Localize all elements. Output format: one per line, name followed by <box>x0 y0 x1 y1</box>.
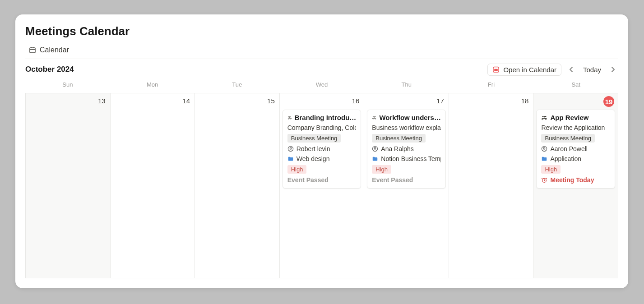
event-title-text: Branding Introdu… <box>295 114 357 121</box>
meeting-icon <box>287 115 292 121</box>
prev-week-button[interactable] <box>566 64 577 75</box>
day-cell-sat[interactable]: 19 App Review Review the Application Bus… <box>533 93 618 278</box>
folder-icon <box>541 156 547 162</box>
weekday-fri: Fri <box>449 81 534 90</box>
event-status-text: Meeting Today <box>550 176 594 184</box>
meeting-icon <box>541 115 547 121</box>
event-person-row: Aaron Powell <box>541 145 610 152</box>
event-person-row: Robert levin <box>287 145 357 152</box>
day-number-today: 19 <box>603 96 614 107</box>
day-cell-mon[interactable]: 14 <box>110 93 195 278</box>
tab-calendar[interactable]: Calendar <box>25 43 73 57</box>
folder-icon <box>372 156 378 162</box>
day-number: 15 <box>267 97 275 105</box>
svg-point-17 <box>545 115 547 117</box>
chevron-right-icon <box>610 66 616 73</box>
svg-point-20 <box>544 147 546 149</box>
event-project-row: Notion Business Templa <box>372 155 441 162</box>
event-title-text: Workflow unders… <box>379 114 440 121</box>
today-button[interactable]: Today <box>581 65 603 74</box>
event-title: Workflow unders… <box>372 114 441 121</box>
divider <box>25 59 618 59</box>
event-description: Review the Application <box>541 124 610 131</box>
svg-point-11 <box>373 116 374 117</box>
event-title: Branding Introdu… <box>287 114 357 121</box>
chevron-left-icon <box>568 66 575 73</box>
day-cell-wed[interactable]: 16 Branding Introdu… Company Branding, C… <box>279 93 364 278</box>
calendar-panel: Meetings Calendar Calendar October 2024 … <box>15 14 628 288</box>
day-cell-sun[interactable]: 13 <box>26 93 110 278</box>
event-category-tag: Business Meeting <box>287 134 341 143</box>
open-calendar-icon <box>492 66 500 73</box>
svg-point-7 <box>290 116 291 117</box>
alarm-icon <box>541 177 547 183</box>
event-project-row: Web design <box>287 155 357 162</box>
day-cell-tue[interactable]: 15 <box>195 93 279 278</box>
person-icon <box>372 146 378 152</box>
weekday-sun: Sun <box>25 81 110 90</box>
weekday-header: Sun Mon Tue Wed Thu Fri Sat <box>25 81 618 90</box>
svg-point-12 <box>375 116 376 117</box>
day-number: 16 <box>352 97 360 105</box>
calendar-grid: 13 14 15 16 Branding Introdu… Company Br… <box>25 93 618 278</box>
event-category-tag: Business Meeting <box>541 134 595 143</box>
svg-point-15 <box>374 147 376 149</box>
page-title: Meetings Calendar <box>25 24 130 38</box>
svg-point-18 <box>544 116 545 117</box>
event-person: Robert levin <box>297 145 330 152</box>
day-cell-thu[interactable]: 17 Workflow unders… Business workflow ex… <box>364 93 449 278</box>
event-title: App Review <box>541 114 610 121</box>
event-project: Application <box>550 155 581 162</box>
day-cell-fri[interactable]: 18 <box>449 93 533 278</box>
person-icon <box>287 146 294 152</box>
event-project-row: Application <box>541 155 610 162</box>
svg-point-8 <box>289 116 290 117</box>
event-person: Ana Ralphs <box>381 145 413 152</box>
weekday-thu: Thu <box>364 81 449 90</box>
weekday-wed: Wed <box>279 81 364 90</box>
event-project: Web design <box>297 155 330 162</box>
weekday-tue: Tue <box>195 81 279 90</box>
tab-calendar-label: Calendar <box>40 46 69 54</box>
svg-point-6 <box>288 116 289 117</box>
event-project: Notion Business Templa <box>381 155 441 162</box>
open-in-calendar-label: Open in Calendar <box>503 66 556 74</box>
event-description: Company Branding, Colou <box>287 124 357 131</box>
day-number: 13 <box>98 97 106 105</box>
calendar-icon <box>29 46 36 54</box>
event-card[interactable]: App Review Review the Application Busine… <box>536 110 615 189</box>
day-number: 17 <box>436 97 444 105</box>
event-person-row: Ana Ralphs <box>372 145 441 152</box>
calendar-toolbar: October 2024 Open in Calendar Today <box>25 63 618 76</box>
next-week-button[interactable] <box>607 64 618 75</box>
person-icon <box>541 146 547 152</box>
event-priority-tag: High <box>372 165 391 174</box>
day-number: 18 <box>521 97 529 105</box>
event-status: Event Passed <box>372 176 441 184</box>
event-category-tag: Business Meeting <box>372 134 426 143</box>
event-status: Event Passed <box>287 176 357 184</box>
event-person: Aaron Powell <box>550 145 588 152</box>
event-priority-tag: High <box>287 165 307 174</box>
event-card[interactable]: Branding Introdu… Company Branding, Colo… <box>283 110 361 189</box>
weekday-mon: Mon <box>110 81 195 90</box>
event-card[interactable]: Workflow unders… Business workflow expla… <box>367 110 446 189</box>
month-label: October 2024 <box>25 65 74 74</box>
event-description: Business workflow explana <box>372 124 441 131</box>
open-in-calendar-button[interactable]: Open in Calendar <box>487 64 561 76</box>
event-title-text: App Review <box>550 114 588 121</box>
folder-icon <box>287 156 294 162</box>
svg-point-10 <box>290 147 292 149</box>
event-status-today: Meeting Today <box>541 176 610 184</box>
weekday-sat: Sat <box>533 81 618 90</box>
svg-point-16 <box>542 115 544 117</box>
meeting-icon <box>372 115 376 121</box>
svg-rect-0 <box>30 48 35 53</box>
svg-point-13 <box>374 116 375 117</box>
day-number: 14 <box>182 97 190 105</box>
event-priority-tag: High <box>541 165 561 174</box>
svg-rect-5 <box>495 69 498 71</box>
